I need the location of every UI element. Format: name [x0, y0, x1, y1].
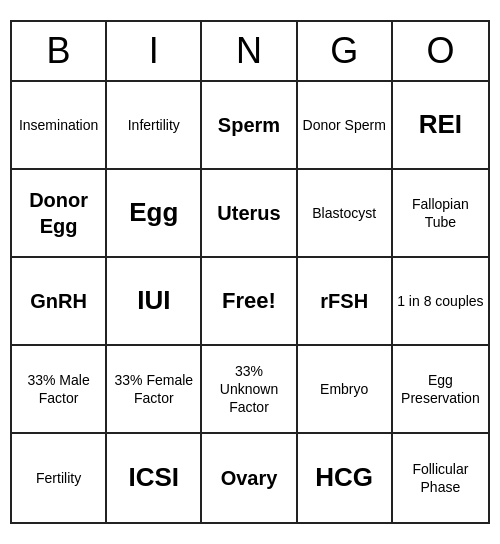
header-letter: G [298, 22, 393, 80]
bingo-cell: 33% Male Factor [12, 346, 107, 434]
bingo-cell: 33% Female Factor [107, 346, 202, 434]
bingo-cell: Free! [202, 258, 297, 346]
bingo-header: BINGO [12, 22, 488, 82]
bingo-cell: Follicular Phase [393, 434, 488, 522]
bingo-cell: Sperm [202, 82, 297, 170]
bingo-cell: 33% Unknown Factor [202, 346, 297, 434]
bingo-cell: Ovary [202, 434, 297, 522]
bingo-cell: REI [393, 82, 488, 170]
bingo-card: BINGO InseminationInfertilitySpermDonor … [10, 20, 490, 524]
bingo-cell: GnRH [12, 258, 107, 346]
header-letter: O [393, 22, 488, 80]
bingo-cell: HCG [298, 434, 393, 522]
header-letter: B [12, 22, 107, 80]
bingo-cell: IUI [107, 258, 202, 346]
bingo-cell: Infertility [107, 82, 202, 170]
bingo-cell: Fertility [12, 434, 107, 522]
bingo-cell: Egg [107, 170, 202, 258]
bingo-cell: Blastocyst [298, 170, 393, 258]
bingo-cell: Insemination [12, 82, 107, 170]
bingo-cell: Uterus [202, 170, 297, 258]
bingo-cell: Fallopian Tube [393, 170, 488, 258]
bingo-cell: Donor Egg [12, 170, 107, 258]
header-letter: N [202, 22, 297, 80]
bingo-cell: rFSH [298, 258, 393, 346]
bingo-cell: 1 in 8 couples [393, 258, 488, 346]
bingo-cell: Embryo [298, 346, 393, 434]
header-letter: I [107, 22, 202, 80]
bingo-cell: Egg Preservation [393, 346, 488, 434]
bingo-cell: Donor Sperm [298, 82, 393, 170]
bingo-grid: InseminationInfertilitySpermDonor SpermR… [12, 82, 488, 522]
bingo-cell: ICSI [107, 434, 202, 522]
